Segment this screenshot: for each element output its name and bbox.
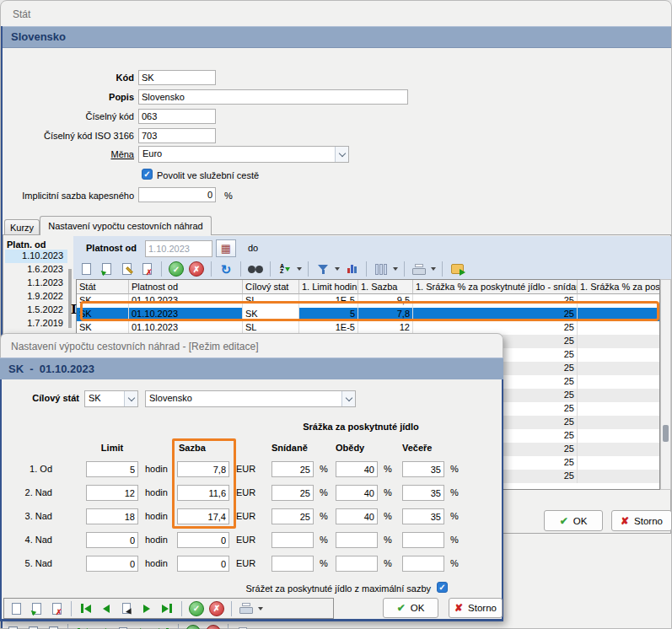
snidane-field[interactable] xyxy=(271,461,314,477)
nav-next-icon[interactable] xyxy=(135,624,152,629)
limit-field[interactable] xyxy=(86,461,138,477)
snidane-field[interactable] xyxy=(271,508,314,524)
browse-records-icon[interactable] xyxy=(115,624,132,629)
filter-icon[interactable] xyxy=(314,261,331,277)
obedy-field[interactable] xyxy=(336,532,378,548)
nav-last-icon[interactable] xyxy=(155,624,172,629)
scrollbar-thumb[interactable] xyxy=(68,269,72,328)
print-caret-icon[interactable] xyxy=(431,267,436,271)
col-header[interactable]: Platnost od xyxy=(129,280,243,294)
table-row[interactable]: SK 01.10.2023 SI 1E-5 9,5 25 xyxy=(77,294,659,308)
kod-field[interactable] xyxy=(138,70,216,85)
cilovy-stat-code-combo[interactable]: SK xyxy=(84,390,138,407)
print-icon[interactable] xyxy=(238,600,255,617)
dialog-storno-button[interactable]: ✘ Storno xyxy=(449,598,503,618)
tab-kurzy[interactable]: Kurzy xyxy=(4,219,40,235)
cilovy-stat-name-combo[interactable]: Slovensko xyxy=(145,390,356,407)
browse-records-icon[interactable] xyxy=(118,600,135,617)
chevron-down-icon[interactable] xyxy=(341,391,355,406)
kapesne-field[interactable] xyxy=(138,187,216,202)
copy-record-icon[interactable] xyxy=(98,261,115,277)
limit-field[interactable] xyxy=(86,485,138,501)
col-header[interactable]: Cílový stat xyxy=(243,280,299,294)
delete-record-icon[interactable]: ✗ xyxy=(48,600,65,617)
snidane-field[interactable] xyxy=(271,532,314,548)
snidane-field[interactable] xyxy=(271,485,314,501)
edit-record-icon[interactable] xyxy=(118,261,135,277)
table-scrollbar[interactable] xyxy=(660,279,671,490)
limit-field[interactable] xyxy=(86,508,138,524)
date-list-item[interactable]: 1.9.2022 xyxy=(5,290,67,304)
date-list-item[interactable]: 1.7.2019 xyxy=(5,317,67,331)
mena-combo[interactable]: Euro xyxy=(138,146,349,163)
calendar-button[interactable]: ▦ xyxy=(216,239,236,257)
sazba-field[interactable] xyxy=(177,556,229,572)
iso-kod-field[interactable] xyxy=(138,128,216,143)
sort-az-icon[interactable]: AZ xyxy=(277,261,293,277)
sort-caret-icon[interactable] xyxy=(297,267,302,271)
date-list-item[interactable]: 1.6.2023 xyxy=(5,263,67,277)
nav-next-icon[interactable] xyxy=(138,600,155,617)
new-record-icon[interactable] xyxy=(8,600,24,617)
confirm-icon[interactable]: ✓ xyxy=(168,261,185,277)
scrollbar-thumb[interactable] xyxy=(663,425,669,442)
nav-first-icon[interactable] xyxy=(78,600,94,617)
sazba-field[interactable] xyxy=(177,485,229,501)
table-row-selected[interactable]: SK 01.10.2023 SK 5 7,8 25 xyxy=(77,308,659,321)
obedy-field[interactable] xyxy=(336,485,378,501)
vecere-field[interactable] xyxy=(402,508,444,524)
popis-field[interactable] xyxy=(138,89,408,105)
refresh-icon[interactable]: ↻ xyxy=(218,261,234,277)
tab-nastaveni-nahrad[interactable]: Nastavení vypočtu cestovních náhrad xyxy=(40,216,212,235)
obedy-field[interactable] xyxy=(336,508,378,524)
copy-record-icon[interactable] xyxy=(24,624,41,629)
delete-record-icon[interactable]: ✗ xyxy=(45,624,62,629)
obedy-field[interactable] xyxy=(336,461,378,477)
cancel-icon[interactable]: ✗ xyxy=(205,624,222,629)
col-header[interactable]: 1. Srážka % za pos xyxy=(578,280,659,294)
vecere-field[interactable] xyxy=(402,532,444,548)
print-icon[interactable] xyxy=(411,261,427,277)
snidane-field[interactable] xyxy=(271,556,314,572)
nav-first-icon[interactable] xyxy=(74,624,91,629)
confirm-icon[interactable]: ✓ xyxy=(185,624,202,629)
vecere-field[interactable] xyxy=(402,461,444,477)
chevron-down-icon[interactable] xyxy=(124,391,137,406)
cancel-icon[interactable]: ✗ xyxy=(188,261,205,277)
limit-field[interactable] xyxy=(86,556,138,572)
srazet-checkbox[interactable]: ✓ xyxy=(437,582,448,593)
date-list-item[interactable]: 1.10.2023 xyxy=(5,250,67,263)
date-list-item[interactable]: 1.1.2023 xyxy=(5,277,67,290)
nav-prev-icon[interactable] xyxy=(98,600,115,617)
print-caret-icon[interactable] xyxy=(258,607,263,610)
date-list-scrollbar[interactable] xyxy=(68,245,72,334)
sazba-field[interactable] xyxy=(177,532,229,548)
new-record-icon[interactable] xyxy=(78,261,94,277)
new-record-icon[interactable] xyxy=(4,624,21,629)
col-header[interactable]: Stát xyxy=(77,280,129,294)
sazba-field[interactable] xyxy=(177,461,229,477)
print-icon[interactable] xyxy=(234,624,251,629)
nav-prev-icon[interactable] xyxy=(94,624,111,629)
columns-icon[interactable] xyxy=(373,261,390,277)
nav-last-icon[interactable] xyxy=(159,600,175,617)
ok-button[interactable]: ✔ OK xyxy=(544,510,603,531)
col-header[interactable]: 1. Srážka % za poskytnuté jídlo - snídan… xyxy=(413,280,578,294)
limit-field[interactable] xyxy=(86,532,138,548)
obedy-field[interactable] xyxy=(336,556,378,572)
storno-button[interactable]: ✘ Storno xyxy=(611,510,672,531)
sazba-field[interactable] xyxy=(177,508,229,524)
filter-chart-icon[interactable] xyxy=(343,261,360,277)
columns-caret-icon[interactable] xyxy=(393,267,398,271)
col-header[interactable]: 1. Sazba xyxy=(358,280,413,294)
cancel-icon[interactable]: ✗ xyxy=(208,600,225,617)
confirm-icon[interactable]: ✓ xyxy=(188,600,205,617)
copy-record-icon[interactable] xyxy=(28,600,45,617)
search-binoculars-icon[interactable] xyxy=(247,261,264,277)
filter-caret-icon[interactable] xyxy=(335,267,340,271)
col-header[interactable]: 1. Limit hodin xyxy=(299,280,358,294)
platnost-od-field[interactable] xyxy=(145,240,212,257)
dialog-ok-button[interactable]: ✔ OK xyxy=(383,598,438,618)
ciselny-kod-field[interactable] xyxy=(138,109,216,124)
export-icon[interactable] xyxy=(449,261,465,277)
